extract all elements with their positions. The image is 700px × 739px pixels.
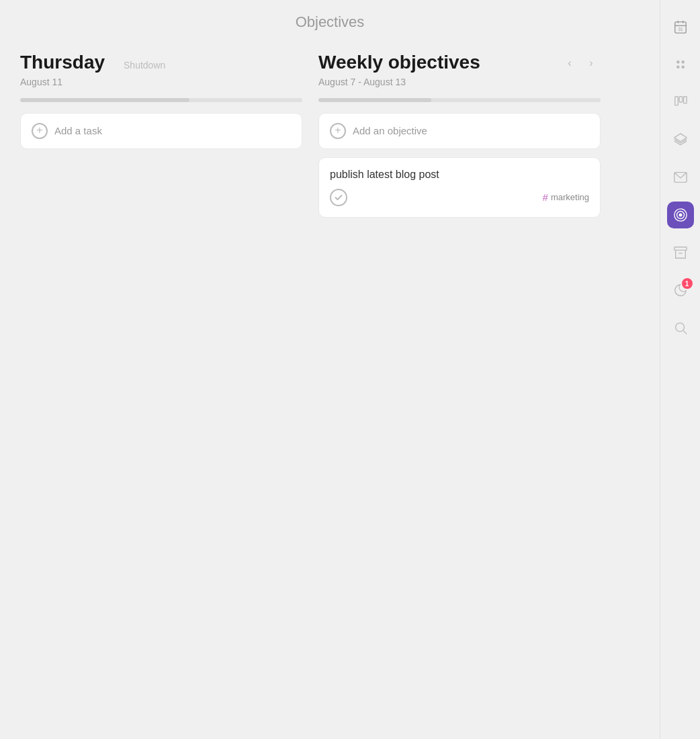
svg-point-8 bbox=[681, 65, 685, 69]
add-objective-button[interactable]: Add an objective bbox=[318, 113, 601, 149]
sidebar-item-sleep[interactable]: + 1 bbox=[667, 277, 694, 304]
svg-point-20 bbox=[675, 323, 684, 332]
svg-rect-17 bbox=[674, 247, 686, 251]
weekly-progress-fill bbox=[318, 98, 431, 102]
svg-text:31: 31 bbox=[678, 27, 683, 32]
main-content: Objectives Thursday Shutdown August 11 A… bbox=[0, 0, 660, 739]
daily-title-group: Thursday Shutdown August 11 bbox=[20, 51, 165, 95]
sidebar: 31 bbox=[660, 0, 700, 739]
sidebar-item-calendar[interactable]: 31 bbox=[667, 13, 694, 40]
sleep-badge: 1 bbox=[682, 278, 693, 289]
weekly-column: Weekly objectives August 7 - August 13 ‹… bbox=[318, 51, 601, 218]
add-objective-label: Add an objective bbox=[353, 125, 427, 136]
objective-card: publish latest blog post # marketing bbox=[318, 157, 601, 218]
svg-rect-9 bbox=[674, 97, 678, 105]
objective-title: publish latest blog post bbox=[330, 169, 589, 181]
svg-point-7 bbox=[676, 65, 680, 69]
columns-container: Thursday Shutdown August 11 Add a task W… bbox=[20, 51, 640, 218]
sidebar-item-archive[interactable] bbox=[667, 239, 694, 266]
tag-label: marketing bbox=[551, 192, 589, 202]
daily-header: Thursday Shutdown August 11 bbox=[20, 51, 302, 95]
sidebar-item-objectives[interactable] bbox=[667, 202, 694, 228]
page-title: Objectives bbox=[296, 13, 365, 30]
objective-footer: # marketing bbox=[330, 189, 589, 206]
page-title-container: Objectives bbox=[20, 13, 640, 31]
complete-checkbox[interactable] bbox=[330, 189, 347, 206]
add-objective-icon bbox=[330, 123, 346, 139]
svg-point-5 bbox=[676, 60, 680, 64]
svg-line-21 bbox=[683, 331, 687, 334]
add-task-button[interactable]: Add a task bbox=[20, 113, 302, 149]
weekly-date-range: August 7 - August 13 bbox=[318, 77, 480, 87]
sidebar-item-search[interactable] bbox=[667, 314, 694, 341]
objective-tag: # marketing bbox=[543, 191, 589, 203]
weekly-title-group: Weekly objectives August 7 - August 13 bbox=[318, 51, 480, 95]
add-task-label: Add a task bbox=[54, 125, 102, 136]
sidebar-item-mail[interactable] bbox=[667, 164, 694, 191]
day-date: August 11 bbox=[20, 77, 165, 87]
daily-progress-bar bbox=[20, 98, 302, 102]
daily-column: Thursday Shutdown August 11 Add a task bbox=[20, 51, 302, 218]
nav-arrows: ‹ › bbox=[560, 54, 601, 73]
sidebar-item-board[interactable] bbox=[667, 89, 694, 116]
svg-rect-11 bbox=[683, 97, 687, 103]
prev-week-button[interactable]: ‹ bbox=[560, 54, 579, 73]
daily-progress-fill bbox=[20, 98, 189, 102]
weekly-progress-bar bbox=[318, 98, 601, 102]
tag-hash-icon: # bbox=[543, 191, 548, 203]
sidebar-item-dashboard[interactable] bbox=[667, 51, 694, 78]
shutdown-badge: Shutdown bbox=[124, 60, 165, 71]
svg-point-6 bbox=[681, 60, 685, 64]
weekly-title: Weekly objectives bbox=[318, 52, 480, 73]
sidebar-item-layers[interactable] bbox=[667, 126, 694, 153]
svg-rect-10 bbox=[679, 97, 683, 102]
day-title: Thursday bbox=[20, 51, 105, 74]
add-task-icon bbox=[32, 123, 48, 139]
svg-point-16 bbox=[679, 214, 682, 216]
weekly-header: Weekly objectives August 7 - August 13 ‹… bbox=[318, 51, 601, 95]
next-week-button[interactable]: › bbox=[582, 54, 601, 73]
